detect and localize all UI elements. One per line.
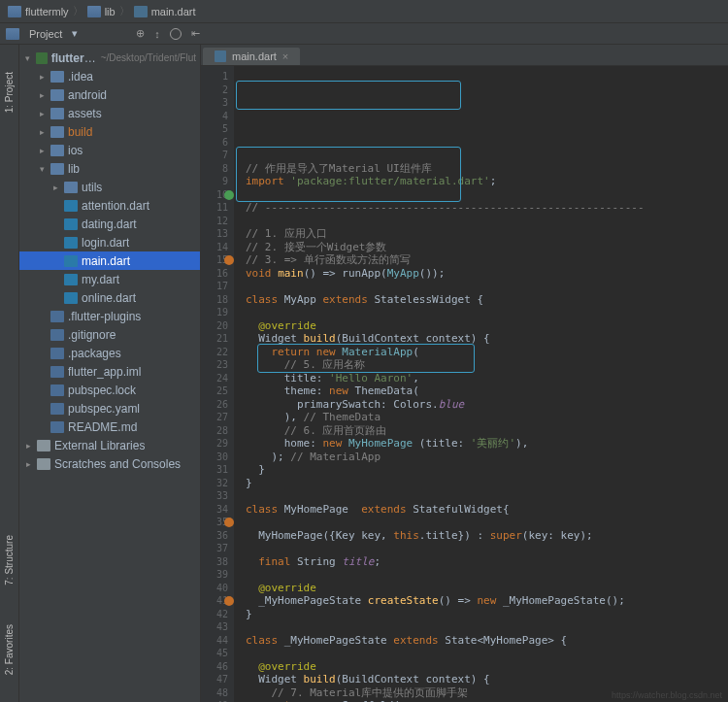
code-line[interactable]: class MyHomePage extends StatefulWidget{ xyxy=(242,503,728,517)
code-line[interactable]: home: new MyHomePage (title: '美丽约'), xyxy=(242,437,728,451)
tree-item-ios[interactable]: ios xyxy=(19,141,200,159)
code-line[interactable] xyxy=(242,280,728,293)
file-icon xyxy=(50,403,64,415)
sort-icon[interactable]: ↕ xyxy=(154,28,160,40)
code-line[interactable] xyxy=(242,568,728,582)
code-line[interactable]: // 作用是导入了Material UI组件库 xyxy=(242,162,728,176)
code-line[interactable] xyxy=(242,620,728,634)
tree-item-assets[interactable]: assets xyxy=(19,104,200,122)
breadcrumb-project[interactable]: fluttermly xyxy=(25,6,69,17)
code-line[interactable]: // 1. 应用入口 xyxy=(242,227,728,241)
tree-item-pubspec-yaml[interactable]: pubspec.yaml xyxy=(19,399,200,418)
chevron-icon xyxy=(50,183,60,192)
tool-favorites[interactable]: 2: Favorites xyxy=(4,624,15,675)
tree-item-my-dart[interactable]: my.dart xyxy=(19,270,200,288)
code-line[interactable] xyxy=(242,542,728,555)
file-icon xyxy=(50,366,64,378)
chevron-right-icon: 〉 xyxy=(119,4,130,18)
gear-icon[interactable] xyxy=(170,28,182,40)
code-line[interactable]: class MyApp extends StatelessWidget { xyxy=(242,293,728,307)
tree-item--flutter-plugins[interactable]: .flutter-plugins xyxy=(19,307,200,325)
code-line[interactable]: void main() => runApp(MyApp()); xyxy=(242,267,728,281)
tree-ext_lib[interactable]: External Libraries xyxy=(19,436,200,454)
code-line[interactable]: MyHomePage({Key key, this.title}) : supe… xyxy=(242,529,728,543)
code-line[interactable] xyxy=(242,149,728,162)
tool-structure[interactable]: 7: Structure xyxy=(4,535,15,585)
tree-item--idea[interactable]: .idea xyxy=(19,67,200,85)
code-line[interactable] xyxy=(242,306,728,319)
breadcrumb-folder[interactable]: lib xyxy=(105,6,116,17)
folder-icon xyxy=(64,182,78,193)
code-line[interactable]: @override xyxy=(242,582,728,595)
caret-down-icon[interactable]: ▾ xyxy=(72,27,78,40)
code-line[interactable]: } xyxy=(242,608,728,621)
tree-item-build[interactable]: build xyxy=(19,122,200,141)
code-line[interactable]: // -------------------------------------… xyxy=(242,201,728,215)
tree-root[interactable]: fluttermly~/Desktop/Trident/Flut xyxy=(19,49,200,67)
code-line[interactable]: Widget build(BuildContext context) { xyxy=(242,673,728,686)
chevron-right-icon: 〉 xyxy=(73,4,83,18)
project-toolbar: Project ▾ ⊕ ↕ ⇤ xyxy=(0,23,728,45)
tab-main-dart[interactable]: main.dart × xyxy=(203,48,300,65)
code-line[interactable]: final String title; xyxy=(242,555,728,569)
code-line[interactable]: _MyHomePageState createState() => new _M… xyxy=(242,594,728,608)
chevron-icon xyxy=(37,109,47,118)
chevron-icon xyxy=(37,72,47,82)
code-line[interactable] xyxy=(242,516,728,529)
tree-item-README-md[interactable]: README.md xyxy=(19,418,200,436)
tree-item-dating-dart[interactable]: dating.dart xyxy=(19,215,200,233)
tab-label: main.dart xyxy=(232,50,277,62)
code-line[interactable]: } xyxy=(242,477,728,490)
tree-item--gitignore[interactable]: .gitignore xyxy=(19,325,200,344)
code-line[interactable] xyxy=(242,489,728,503)
code-line[interactable] xyxy=(242,188,728,202)
left-tool-strip: 1: Project 7: Structure 2: Favorites xyxy=(0,45,19,702)
file-icon xyxy=(50,384,64,396)
tree-item-lib[interactable]: lib xyxy=(19,159,200,178)
tree-item-online-dart[interactable]: online.dart xyxy=(19,288,200,307)
code-line[interactable]: title: 'Hello Aaron', xyxy=(242,372,728,385)
code-line[interactable] xyxy=(242,647,728,660)
code-line[interactable]: // 5. 应用名称 xyxy=(242,358,728,372)
project-tree[interactable]: fluttermly~/Desktop/Trident/Flut.ideaand… xyxy=(19,45,201,702)
code-line[interactable]: @override xyxy=(242,319,728,333)
tree-item-android[interactable]: android xyxy=(19,85,200,104)
dart-file-icon xyxy=(134,6,148,17)
code-line[interactable]: class _MyHomePageState extends State<MyH… xyxy=(242,634,728,648)
chevron-icon xyxy=(37,146,47,155)
code-line[interactable]: ), // ThemeData xyxy=(242,411,728,424)
breadcrumb-file[interactable]: main.dart xyxy=(151,6,196,17)
code-line[interactable]: // 3. => 单行函数或方法的简写 xyxy=(242,253,728,267)
code-line[interactable]: ); // MaterialApp xyxy=(242,451,728,464)
code-line[interactable]: return new MaterialApp( xyxy=(242,346,728,359)
tree-item-flutter_app-iml[interactable]: flutter_app.iml xyxy=(19,362,200,381)
code-line[interactable]: // 2. 接受一个Widget参数 xyxy=(242,241,728,254)
code-line[interactable]: // 6. 应用首页路由 xyxy=(242,424,728,438)
chevron-icon xyxy=(37,90,47,100)
tree-item--packages[interactable]: .packages xyxy=(19,344,200,362)
code-line[interactable]: } xyxy=(242,463,728,477)
tree-item-utils[interactable]: utils xyxy=(19,178,200,196)
folder-icon xyxy=(50,126,64,138)
tree-item-login-dart[interactable]: login.dart xyxy=(19,233,200,251)
dart-file-icon xyxy=(64,200,78,212)
tree-item-pubspec-lock[interactable]: pubspec.lock xyxy=(19,381,200,399)
folder-icon xyxy=(50,108,64,119)
dart-file-icon xyxy=(64,237,78,249)
code-line[interactable]: primarySwatch: Colors.blue xyxy=(242,398,728,412)
code-editor[interactable]: 1234567891011121314151617181920212223242… xyxy=(201,66,728,702)
code-line[interactable]: @override xyxy=(242,660,728,674)
target-icon[interactable]: ⊕ xyxy=(136,27,145,40)
code-line[interactable]: import 'package:flutter/material.dart'; xyxy=(242,175,728,188)
tree-item-attention-dart[interactable]: attention.dart xyxy=(19,196,200,215)
dart-file-icon xyxy=(64,292,78,304)
tree-item-main-dart[interactable]: main.dart xyxy=(19,251,200,270)
collapse-icon[interactable]: ⇤ xyxy=(191,27,200,40)
close-icon[interactable]: × xyxy=(282,50,288,62)
code-line[interactable]: Widget build(BuildContext context) { xyxy=(242,332,728,346)
code-line[interactable]: theme: new ThemeData( xyxy=(242,384,728,398)
tool-project[interactable]: 1: Project xyxy=(4,72,15,113)
project-toolbar-label[interactable]: Project xyxy=(29,28,62,40)
tree-scratches[interactable]: Scratches and Consoles xyxy=(19,454,200,473)
code-line[interactable] xyxy=(242,215,728,228)
